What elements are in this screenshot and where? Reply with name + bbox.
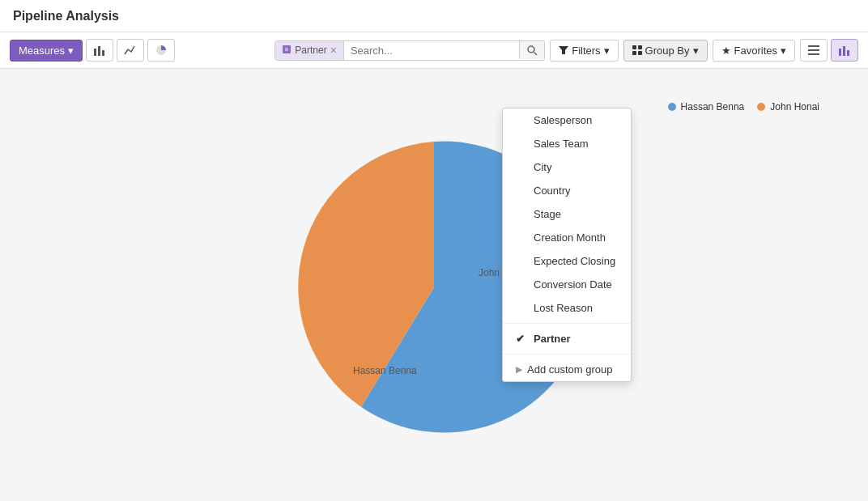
toolbar-left: Measures ▾: [10, 39, 270, 62]
main-content: Hassan Benna John Honai: [0, 69, 868, 501]
filter-icon: [559, 45, 568, 55]
legend-item-john: John Honai: [757, 101, 819, 113]
check-stage: [516, 208, 529, 220]
toolbar: Measures ▾ ≡ Partner: [0, 32, 868, 69]
filters-chevron: ▾: [604, 45, 610, 57]
svg-rect-12: [808, 45, 819, 47]
check-partner: ✔: [516, 333, 529, 345]
search-tag-close[interactable]: ×: [330, 45, 337, 56]
search-input[interactable]: [344, 41, 519, 60]
dropdown-label-add-custom-group: Add custom group: [527, 363, 613, 376]
check-sales-team: [516, 138, 529, 150]
bar-chart-icon-button[interactable]: [86, 39, 113, 62]
dropdown-item-creation-month[interactable]: Creation Month: [503, 226, 631, 249]
dropdown-item-sales-team[interactable]: Sales Team: [503, 132, 631, 155]
dropdown-label-stage: Stage: [534, 208, 561, 220]
group-by-chevron: ▾: [693, 45, 699, 57]
star-icon: ★: [721, 45, 731, 57]
dropdown-item-city[interactable]: City: [503, 155, 631, 179]
line-chart-icon: [124, 44, 137, 57]
group-by-icon: [632, 45, 642, 55]
list-view-button[interactable]: [800, 39, 828, 62]
dropdown-label-creation-month: Creation Month: [534, 231, 606, 244]
add-custom-group-arrow: ▶: [516, 364, 522, 375]
pie-chart-icon: [155, 44, 168, 57]
search-icon: [526, 45, 538, 56]
group-by-dropdown: Salesperson Sales Team City Country Stag…: [502, 108, 632, 382]
search-tag-icon: ≡: [282, 45, 291, 57]
legend-item-hassan: Hassan Benna: [668, 101, 745, 113]
dropdown-label-city: City: [534, 161, 551, 173]
dropdown-label-country: Country: [534, 185, 571, 197]
dropdown-item-lost-reason[interactable]: Lost Reason: [503, 296, 631, 320]
group-by-label: Group By: [645, 45, 690, 57]
svg-rect-15: [839, 49, 841, 56]
dropdown-label-expected-closing: Expected Closing: [534, 255, 615, 267]
check-conversion-date: [516, 278, 529, 291]
svg-marker-7: [559, 46, 568, 54]
toolbar-right: [800, 39, 858, 62]
svg-rect-10: [632, 51, 636, 55]
check-expected-closing: [516, 255, 529, 267]
dropdown-item-add-custom-group[interactable]: ▶ Add custom group: [503, 358, 631, 381]
bar-chart-icon: [93, 44, 106, 57]
check-country: [516, 185, 529, 197]
chart-view-icon: [838, 44, 851, 57]
svg-rect-14: [808, 53, 819, 55]
legend-label-hassan: Hassan Benna: [681, 101, 745, 113]
svg-rect-1: [98, 46, 100, 56]
line-chart-icon-button[interactable]: [117, 39, 144, 62]
svg-rect-16: [843, 46, 845, 56]
favorites-chevron: ▾: [781, 45, 786, 57]
svg-line-6: [534, 53, 538, 56]
dropdown-label-sales-team: Sales Team: [534, 138, 589, 150]
dropdown-label-conversion-date: Conversion Date: [534, 278, 612, 291]
filters-label: Filters: [572, 45, 600, 57]
chart-area: Hassan Benna John Honai: [0, 69, 868, 501]
svg-rect-8: [632, 45, 636, 49]
svg-point-5: [528, 46, 534, 53]
measures-chevron: ▾: [68, 45, 74, 57]
legend: Hassan Benna John Honai: [668, 101, 819, 113]
search-tag: ≡ Partner ×: [275, 41, 344, 60]
dropdown-item-stage[interactable]: Stage: [503, 202, 631, 226]
dropdown-divider: [503, 323, 631, 324]
svg-rect-9: [638, 45, 642, 49]
dropdown-label-partner: Partner: [534, 333, 571, 345]
dropdown-item-partner[interactable]: ✔ Partner: [503, 327, 631, 350]
measures-button[interactable]: Measures ▾: [10, 40, 83, 62]
filters-button[interactable]: Filters ▾: [550, 40, 618, 62]
dropdown-item-country[interactable]: Country: [503, 179, 631, 202]
dropdown-item-conversion-date[interactable]: Conversion Date: [503, 273, 631, 296]
dropdown-divider-2: [503, 354, 631, 355]
svg-rect-11: [638, 51, 642, 55]
legend-label-john: John Honai: [770, 101, 819, 113]
check-salesperson: [516, 114, 529, 126]
measures-label: Measures: [19, 45, 65, 57]
svg-rect-17: [847, 50, 849, 56]
search-tag-label: Partner: [295, 45, 326, 56]
check-lost-reason: [516, 302, 529, 314]
dropdown-label-lost-reason: Lost Reason: [534, 302, 593, 314]
svg-text:≡: ≡: [285, 46, 289, 53]
favorites-label: Favorites: [734, 45, 777, 57]
svg-rect-13: [808, 49, 819, 51]
chart-view-button[interactable]: [831, 39, 858, 62]
svg-rect-2: [102, 50, 104, 56]
dropdown-label-salesperson: Salesperson: [534, 114, 592, 126]
legend-dot-hassan: [668, 103, 676, 111]
group-by-button[interactable]: Group By ▾: [623, 40, 708, 62]
legend-dot-john: [757, 103, 765, 111]
app-title: Pipeline Analysis: [13, 9, 119, 23]
list-view-icon: [807, 44, 820, 57]
dropdown-item-expected-closing[interactable]: Expected Closing: [503, 249, 631, 273]
search-bar: ≡ Partner ×: [274, 40, 545, 61]
svg-rect-0: [94, 49, 96, 56]
app-header: Pipeline Analysis: [0, 0, 868, 32]
search-submit-button[interactable]: [519, 41, 544, 59]
dropdown-item-salesperson[interactable]: Salesperson: [503, 108, 631, 132]
check-city: [516, 161, 529, 173]
pie-chart-icon-button[interactable]: [147, 39, 175, 62]
check-creation-month: [516, 231, 529, 244]
favorites-button[interactable]: ★ Favorites ▾: [713, 40, 795, 62]
